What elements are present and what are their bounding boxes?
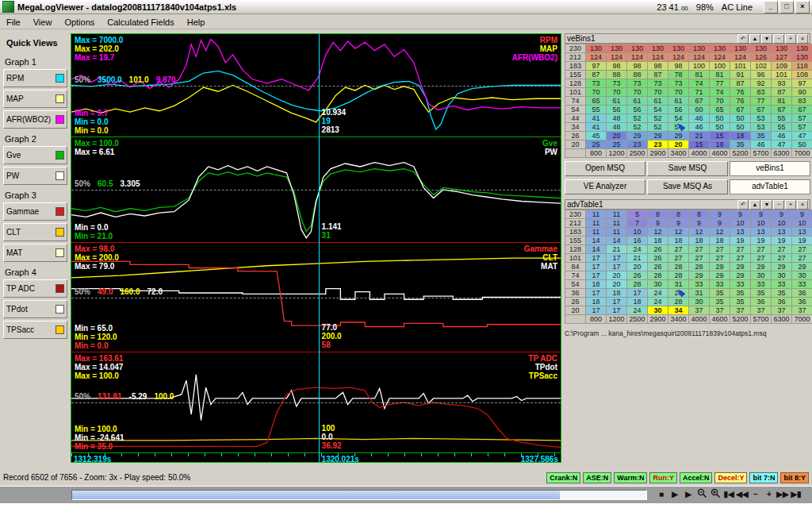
- adv-cell[interactable]: 29: [751, 263, 772, 271]
- vebins1-button[interactable]: veBins1: [730, 161, 810, 176]
- quickview-item-tpsacc[interactable]: TPSacc: [3, 321, 67, 339]
- ve-cell[interactable]: 76: [730, 97, 751, 106]
- ve-cell[interactable]: 61: [607, 97, 627, 106]
- adv-cell[interactable]: 29: [710, 263, 730, 271]
- adv-cell[interactable]: 9: [710, 210, 730, 219]
- adv-cell[interactable]: 36: [772, 298, 792, 306]
- ve-cell[interactable]: 98: [607, 62, 627, 71]
- adv-cell[interactable]: 35: [710, 289, 730, 298]
- adv-cell[interactable]: 27: [792, 254, 812, 263]
- ve-cell[interactable]: 97: [586, 62, 607, 71]
- ve-cell[interactable]: 29: [627, 132, 648, 140]
- adv-cell[interactable]: 33: [730, 280, 751, 289]
- adv-cell[interactable]: 37: [689, 306, 710, 315]
- open-msq-button[interactable]: Open MSQ: [565, 161, 645, 176]
- ve-cell[interactable]: 74: [689, 79, 710, 88]
- adv-cell[interactable]: 19: [792, 237, 812, 245]
- adv-cell[interactable]: 17: [627, 289, 648, 298]
- adv-cell[interactable]: 5: [627, 210, 648, 219]
- adv-cell[interactable]: 11: [607, 210, 627, 219]
- adv-cell[interactable]: 29: [730, 271, 751, 280]
- adv-cell[interactable]: 24: [648, 298, 668, 306]
- ve-cell[interactable]: 124: [607, 53, 627, 62]
- ve-cell[interactable]: 55: [586, 106, 607, 114]
- ve-cell[interactable]: 35: [730, 140, 751, 149]
- ve-cell[interactable]: 53: [751, 114, 772, 123]
- ve-minus-icon[interactable]: −: [773, 34, 784, 44]
- ve-cell[interactable]: 56: [668, 106, 689, 114]
- ve-cell[interactable]: 52: [648, 123, 668, 132]
- graph-panel-3[interactable]: Max = 98.0Max = 200.0Max = 79.050%49.016…: [71, 243, 561, 352]
- adv-cell[interactable]: 7: [627, 219, 648, 228]
- ve-cell[interactable]: 47: [792, 132, 812, 140]
- ve-cell[interactable]: 41: [586, 114, 607, 123]
- menu-view[interactable]: View: [27, 17, 59, 28]
- adv-cell[interactable]: 33: [710, 280, 730, 289]
- adv-cell[interactable]: 26: [648, 245, 668, 254]
- ve-cell[interactable]: 73: [607, 79, 627, 88]
- adv-cell[interactable]: 36: [792, 298, 812, 306]
- ve-cell[interactable]: 124: [648, 53, 668, 62]
- adv-cell[interactable]: 18: [586, 280, 607, 289]
- adv-cell[interactable]: 17: [607, 263, 627, 271]
- adv-cell[interactable]: 17: [586, 271, 607, 280]
- ve-cell[interactable]: 46: [772, 132, 792, 140]
- adv-cell[interactable]: 13: [730, 228, 751, 237]
- adv-cell[interactable]: 16: [627, 237, 648, 245]
- adv-cell[interactable]: 29: [792, 263, 812, 271]
- ve-cell[interactable]: 124: [710, 53, 730, 62]
- ve-cell[interactable]: 23: [627, 140, 648, 149]
- ve-cell[interactable]: 50: [792, 140, 812, 149]
- save-msq-button[interactable]: Save MSQ: [647, 161, 728, 176]
- ve-cell[interactable]: 53: [751, 123, 772, 132]
- ve-cell[interactable]: 96: [751, 71, 772, 79]
- adv-cell[interactable]: 10: [772, 219, 792, 228]
- adv-cell[interactable]: 18: [607, 289, 627, 298]
- ve-cell[interactable]: 73: [648, 79, 668, 88]
- adv-cell[interactable]: 24: [648, 289, 668, 298]
- adv-cell[interactable]: 37: [772, 306, 792, 315]
- adv-cell[interactable]: 30: [648, 306, 668, 315]
- quickview-item-map[interactable]: MAP: [3, 90, 67, 108]
- ve-cell[interactable]: 83: [792, 97, 812, 106]
- ve-cell[interactable]: 18: [730, 132, 751, 140]
- adv-cell[interactable]: 30: [792, 271, 812, 280]
- adv-cell[interactable]: 30: [648, 280, 668, 289]
- ve-cell[interactable]: 23: [648, 140, 668, 149]
- adv-cell[interactable]: 27: [710, 245, 730, 254]
- ve-cell[interactable]: 18: [710, 140, 730, 149]
- adv-plus-icon[interactable]: +: [785, 200, 796, 210]
- ve-cell[interactable]: 67: [772, 106, 792, 114]
- ve-cell[interactable]: 48: [607, 114, 627, 123]
- adv-cell[interactable]: 21: [607, 245, 627, 254]
- ve-cell[interactable]: 97: [792, 79, 812, 88]
- ve-cell[interactable]: 67: [751, 106, 772, 114]
- ve-cell[interactable]: 73: [586, 79, 607, 88]
- adv-cell[interactable]: 18: [668, 237, 689, 245]
- adv-cell[interactable]: 37: [751, 306, 772, 315]
- adv-cell[interactable]: 27: [772, 254, 792, 263]
- save-msq-as-button[interactable]: Save MSQ As: [647, 179, 728, 194]
- ve-cell[interactable]: 70: [668, 88, 689, 97]
- play-button[interactable]: ▶: [668, 488, 681, 501]
- ve-cell[interactable]: 76: [730, 88, 751, 97]
- ve-cell[interactable]: 35: [751, 132, 772, 140]
- zoom-in-button[interactable]: [709, 488, 722, 501]
- ve-cell[interactable]: 124: [689, 53, 710, 62]
- adv-cell[interactable]: 27: [710, 254, 730, 263]
- ve-cell[interactable]: 46: [751, 140, 772, 149]
- close-button[interactable]: ×: [795, 1, 810, 13]
- quickview-item-tp-adc[interactable]: TP ADC: [3, 279, 67, 298]
- ve-cell[interactable]: 88: [607, 71, 627, 79]
- ve-cell[interactable]: 130: [607, 44, 627, 53]
- adv-cell[interactable]: 35: [772, 289, 792, 298]
- ve-cell[interactable]: 130: [668, 44, 689, 53]
- ve-cell[interactable]: 81: [710, 71, 730, 79]
- adv-cell[interactable]: 17: [586, 254, 607, 263]
- adv-cell[interactable]: 13: [751, 228, 772, 237]
- ve-cell[interactable]: 56: [627, 106, 648, 114]
- menu-options[interactable]: Options: [58, 17, 101, 28]
- adv-cell[interactable]: 27: [689, 245, 710, 254]
- adv-cell[interactable]: 10: [751, 219, 772, 228]
- ve-cell[interactable]: 41: [586, 123, 607, 132]
